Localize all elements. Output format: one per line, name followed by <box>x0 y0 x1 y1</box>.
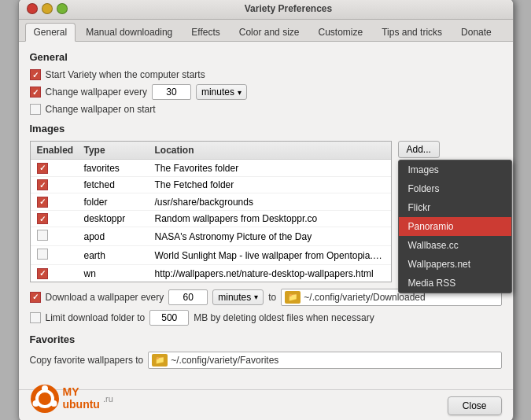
folder-icon: 📁 <box>285 291 301 304</box>
images-section-title: Images <box>30 123 502 134</box>
row-enabled-1[interactable] <box>35 179 83 192</box>
limit-label: Limit download folder to <box>46 312 146 323</box>
download-checkbox[interactable] <box>30 292 41 303</box>
limit-size-input[interactable] <box>149 310 189 326</box>
close-button[interactable]: Close <box>448 396 502 415</box>
add-dropdown-menu: Images Folders Flickr Panoramio Wallbase… <box>398 160 512 293</box>
menu-item-wallbase[interactable]: Wallbase.cc <box>399 236 511 255</box>
general-section-title: General <box>30 51 502 63</box>
row-enabled-2[interactable] <box>35 195 83 208</box>
favorites-section-title: Favorites <box>30 333 502 345</box>
menu-item-folders[interactable]: Folders <box>399 179 511 198</box>
row-checkbox-1[interactable] <box>37 179 48 190</box>
change-on-start-checkbox[interactable] <box>30 104 41 115</box>
table-row[interactable]: earth World Sunlight Map - live wallpape… <box>31 246 391 265</box>
tab-manual-downloading[interactable]: Manual downloading <box>77 23 181 41</box>
tab-general[interactable]: General <box>25 23 76 42</box>
change-on-start-row: Change wallpaper on start <box>30 104 502 115</box>
change-on-start-label: Change wallpaper on start <box>46 104 156 115</box>
main-window: Variety Preferences General Manual downl… <box>18 0 514 420</box>
menu-item-panoramio[interactable]: Panoramio <box>399 217 511 236</box>
startup-checkbox[interactable] <box>30 69 41 80</box>
favorites-folder-icon: 📁 <box>152 354 168 367</box>
row-location-2: /usr/share/backgrounds <box>153 196 386 208</box>
window-controls <box>27 3 68 14</box>
menu-item-media-rss[interactable]: Media RSS <box>399 274 511 293</box>
row-checkbox-2[interactable] <box>37 197 48 208</box>
favorites-label: Copy favorite wallpapers to <box>30 355 144 366</box>
row-checkbox-4[interactable] <box>37 230 48 241</box>
download-unit-dropdown[interactable]: minutes <box>212 289 264 305</box>
download-interval-input[interactable] <box>168 289 208 305</box>
table-row[interactable]: wn http://wallpapers.net/nature-desktop-… <box>31 265 391 282</box>
row-checkbox-3[interactable] <box>37 213 48 224</box>
my-text: MY <box>63 386 100 398</box>
tab-color-and-size[interactable]: Color and size <box>230 23 308 41</box>
favorites-row: Copy favorite wallpapers to 📁 ~/.config/… <box>30 352 502 369</box>
change-interval-input[interactable] <box>152 84 191 100</box>
row-enabled-3[interactable] <box>35 212 83 226</box>
ru-text: .ru <box>103 394 113 403</box>
row-location-1: The Fetched folder <box>153 179 386 191</box>
close-window-button[interactable] <box>27 3 38 14</box>
col-location: Location <box>153 144 386 157</box>
row-enabled-0[interactable] <box>35 161 83 175</box>
content-area: General Start Variety when the computer … <box>19 42 513 383</box>
row-checkbox-5[interactable] <box>37 249 48 260</box>
row-location-3: Random wallpapers from Desktoppr.co <box>153 212 386 225</box>
row-checkbox-0[interactable] <box>37 163 48 174</box>
download-section: Download a wallpaper every minutes to 📁 … <box>30 289 502 326</box>
table-row[interactable]: apod NASA's Astronomy Picture of the Day <box>31 227 391 246</box>
row-type-6: wn <box>83 267 153 280</box>
row-checkbox-6[interactable] <box>37 268 48 279</box>
table-header: Enabled Type Location <box>31 142 391 160</box>
change-wallpaper-checkbox[interactable] <box>30 87 41 98</box>
tab-tips-and-tricks[interactable]: Tips and tricks <box>373 23 451 41</box>
row-type-2: folder <box>83 196 153 208</box>
tab-effects[interactable]: Effects <box>183 23 228 41</box>
row-type-3: desktoppr <box>83 212 153 225</box>
row-type-1: fetched <box>83 179 153 191</box>
row-location-5: World Sunlight Map - live wallpaper from… <box>153 249 386 262</box>
change-wallpaper-row: Change wallpaper every minutes <box>30 84 502 100</box>
download-to-label: to <box>268 292 276 303</box>
limit-checkbox[interactable] <box>30 312 41 323</box>
ubuntu-text: ubuntu <box>63 399 100 411</box>
change-wallpaper-label: Change wallpaper every <box>46 87 147 98</box>
limit-row: Limit download folder to MB by deleting … <box>30 310 502 326</box>
tab-customize[interactable]: Customize <box>309 23 371 41</box>
watermark: MY ubuntu .ru <box>30 384 113 414</box>
download-label: Download a wallpaper every <box>46 292 164 303</box>
tab-donate[interactable]: Donate <box>452 23 500 41</box>
favorites-section: Favorites Copy favorite wallpapers to 📁 … <box>30 333 502 369</box>
table-row[interactable]: folder /usr/share/backgrounds <box>31 193 391 211</box>
change-unit-dropdown[interactable]: minutes <box>196 84 247 100</box>
row-enabled-6[interactable] <box>35 267 83 280</box>
minimize-button[interactable] <box>42 3 53 14</box>
ubuntu-logo <box>30 384 60 414</box>
startup-label: Start Variety when the computer starts <box>46 69 205 80</box>
menu-item-wallpapers-net[interactable]: Wallpapers.net <box>399 255 511 274</box>
svg-point-2 <box>42 385 48 392</box>
window-title: Variety Preferences <box>72 3 505 14</box>
table-row[interactable]: fetched The Fetched folder <box>31 177 391 194</box>
menu-item-images[interactable]: Images <box>399 160 511 179</box>
svg-point-4 <box>32 400 39 407</box>
row-enabled-5[interactable] <box>35 248 83 263</box>
row-type-4: apod <box>83 230 153 243</box>
table-row[interactable]: desktoppr Random wallpapers from Desktop… <box>31 211 391 228</box>
limit-unit-label: MB by deleting oldest files when necessa… <box>194 312 374 323</box>
row-enabled-4[interactable] <box>35 229 83 244</box>
maximize-button[interactable] <box>57 3 68 14</box>
menu-item-flickr[interactable]: Flickr <box>399 198 511 217</box>
add-area: Add... Images Folders Flickr Panoramio W… <box>398 141 440 282</box>
svg-point-3 <box>50 400 57 407</box>
row-location-4: NASA's Astronomy Picture of the Day <box>153 230 386 243</box>
images-section: Images Enabled Type Location favorites <box>30 123 502 282</box>
titlebar: Variety Preferences <box>19 0 513 20</box>
footer: MY ubuntu .ru Close <box>19 389 513 420</box>
images-table-area: Enabled Type Location favorites The Favo… <box>30 141 502 282</box>
table-row[interactable]: favorites The Favorites folder <box>31 160 391 177</box>
favorites-path: ~/.config/variety/Favorites <box>171 355 278 366</box>
add-button[interactable]: Add... <box>398 141 440 158</box>
